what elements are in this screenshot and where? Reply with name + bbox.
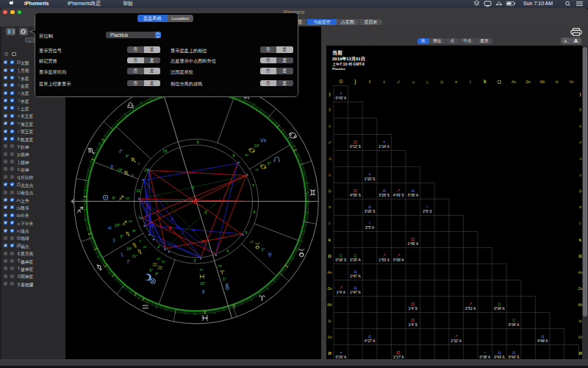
svg-text:*: * bbox=[484, 351, 487, 355]
svg-text:Vx: Vx bbox=[328, 335, 332, 339]
svg-text:♃: ♃ bbox=[411, 79, 415, 85]
svg-text:2°6' S: 2°6' S bbox=[423, 210, 431, 213]
svg-text:8°: 8° bbox=[268, 161, 271, 166]
svg-text:♆: ♆ bbox=[328, 204, 332, 210]
svg-text:4°48' A: 4°48' A bbox=[537, 339, 548, 343]
svg-text:♆: ♆ bbox=[578, 204, 583, 210]
svg-text:3°28' S: 3°28' S bbox=[379, 194, 390, 197]
svg-text:3°26' S: 3°26' S bbox=[365, 210, 376, 213]
svg-text:Q: Q bbox=[204, 210, 207, 214]
svg-text:Ds: Ds bbox=[327, 286, 332, 291]
svg-text:Placidus: Placidus bbox=[332, 67, 346, 71]
svg-text:1°47' A: 1°47' A bbox=[350, 291, 361, 294]
svg-text:♆: ♆ bbox=[454, 79, 459, 85]
svg-text:6: 6 bbox=[254, 210, 256, 214]
svg-text:♄: ♄ bbox=[328, 171, 332, 178]
svg-text:♀: ♀ bbox=[328, 123, 332, 130]
svg-text:♃: ♃ bbox=[578, 155, 583, 162]
svg-text:41': 41' bbox=[250, 240, 254, 244]
svg-text:Vx: Vx bbox=[569, 79, 573, 84]
svg-text:Q: Q bbox=[512, 319, 515, 322]
svg-text:♀: ♀ bbox=[382, 79, 387, 85]
svg-text:8: 8 bbox=[233, 153, 235, 158]
svg-text:♂: ♂ bbox=[578, 139, 583, 146]
svg-text:1°46' A: 1°46' A bbox=[408, 242, 419, 246]
svg-text:0°25' A: 0°25' A bbox=[350, 258, 361, 262]
svg-text:Mc: Mc bbox=[578, 302, 583, 307]
svg-text:1°4' A: 1°4' A bbox=[337, 291, 346, 294]
svg-text:♅: ♅ bbox=[267, 250, 273, 258]
svg-text:Ds: Ds bbox=[526, 79, 531, 84]
svg-text:2': 2' bbox=[137, 162, 140, 166]
svg-text:*: * bbox=[426, 205, 429, 210]
svg-text:15': 15' bbox=[162, 260, 166, 263]
svg-text:3: 3 bbox=[194, 258, 196, 263]
svg-text:Ω: Ω bbox=[578, 254, 582, 258]
svg-text:♅: ♅ bbox=[440, 79, 444, 85]
svg-text:41': 41' bbox=[255, 168, 259, 171]
svg-text:59': 59' bbox=[126, 197, 130, 200]
svg-text:Ic: Ic bbox=[329, 319, 331, 323]
svg-text:1°53' A: 1°53' A bbox=[379, 258, 390, 262]
svg-text:上午7:10:45 GMT-8: 上午7:10:45 GMT-8 bbox=[331, 62, 365, 66]
svg-text:): ) bbox=[329, 92, 331, 96]
svg-text:48': 48' bbox=[132, 229, 137, 233]
svg-text:♆: ♆ bbox=[201, 287, 207, 296]
svg-text:8°: 8° bbox=[155, 272, 159, 276]
svg-text:Sun 7:10 AM: Sun 7:10 AM bbox=[523, 1, 553, 6]
svg-text:5: 5 bbox=[245, 230, 248, 235]
svg-text:♀: ♀ bbox=[578, 123, 583, 130]
svg-text:♇: ♇ bbox=[126, 257, 132, 266]
svg-text:♄: ♄ bbox=[120, 250, 126, 258]
svg-text:2: 2 bbox=[158, 244, 160, 249]
svg-text:Ds: Ds bbox=[578, 286, 583, 291]
svg-text:♂: ♂ bbox=[328, 139, 332, 146]
svg-text:20': 20' bbox=[143, 245, 147, 249]
svg-text:15°: 15° bbox=[200, 281, 206, 286]
svg-text:iPhemeris商店: iPhemeris商店 bbox=[68, 0, 101, 6]
svg-text:当前: 当前 bbox=[332, 50, 343, 56]
svg-text:♇: ♇ bbox=[468, 79, 473, 85]
svg-text:☿: ☿ bbox=[328, 107, 332, 113]
svg-text:6°: 6° bbox=[149, 268, 153, 272]
svg-text:Ø: Ø bbox=[578, 351, 582, 355]
svg-text:2019年12月01日: 2019年12月01日 bbox=[332, 56, 365, 62]
svg-text:20': 20' bbox=[157, 257, 161, 261]
svg-text:10: 10 bbox=[163, 149, 168, 153]
svg-text:4: 4 bbox=[226, 249, 229, 253]
svg-text:♂: ♂ bbox=[396, 79, 401, 85]
svg-text:0°43' A: 0°43' A bbox=[336, 96, 347, 100]
svg-text:4°56' S: 4°56' S bbox=[350, 194, 361, 197]
svg-text:12: 12 bbox=[136, 188, 140, 193]
svg-text:♇: ♇ bbox=[328, 220, 332, 227]
svg-text:7: 7 bbox=[252, 183, 254, 188]
svg-text:): ) bbox=[354, 79, 356, 85]
svg-text:3°36' A: 3°36' A bbox=[408, 194, 419, 197]
svg-text:As: As bbox=[578, 270, 583, 275]
svg-text:8°: 8° bbox=[126, 154, 129, 158]
svg-text:0°38' A: 0°38' A bbox=[393, 258, 404, 262]
svg-text:55': 55' bbox=[199, 268, 204, 272]
svg-text:ʘ: ʘ bbox=[339, 79, 343, 84]
svg-text:Vx: Vx bbox=[578, 335, 583, 339]
svg-text:♃: ♃ bbox=[328, 155, 332, 162]
svg-text:Q: Q bbox=[498, 302, 501, 306]
svg-text:1°4' S: 1°4' S bbox=[409, 307, 417, 311]
svg-text:♄: ♄ bbox=[578, 171, 583, 178]
svg-text:19°: 19° bbox=[117, 168, 123, 172]
svg-text:2°5' A: 2°5' A bbox=[365, 226, 375, 230]
svg-text:☿: ☿ bbox=[578, 107, 583, 113]
svg-text:♃: ♃ bbox=[107, 223, 112, 232]
svg-text:As: As bbox=[327, 270, 332, 275]
svg-text:18°: 18° bbox=[126, 247, 132, 251]
svg-text:43': 43' bbox=[129, 219, 133, 223]
svg-text:♅: ♅ bbox=[328, 188, 332, 194]
svg-text:k: k bbox=[579, 238, 582, 242]
svg-text:Ω: Ω bbox=[498, 79, 502, 85]
svg-text:☿: ☿ bbox=[368, 79, 372, 85]
svg-text:0°34' A: 0°34' A bbox=[494, 307, 505, 311]
svg-text:♂: ♂ bbox=[118, 146, 123, 155]
svg-text:0°13' S: 0°13' S bbox=[350, 145, 361, 149]
svg-text:iPhemeris: iPhemeris bbox=[24, 1, 49, 6]
svg-text:29': 29' bbox=[218, 264, 222, 268]
